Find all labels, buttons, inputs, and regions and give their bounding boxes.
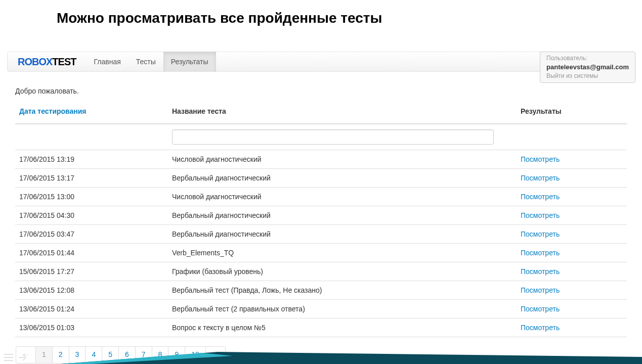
table-row: 17/06/2015 13:19Числовой диагностический…: [15, 150, 627, 169]
cell-date: 15/06/2015 17:27: [15, 262, 172, 281]
table-row: 17/06/2015 03:47Вербальный диагностическ…: [15, 225, 627, 244]
table-row: 13/06/2015 12:08Вербальный тест (Правда,…: [15, 281, 627, 300]
user-label: Пользователь:: [546, 54, 629, 63]
results-table: Дата тестирования Название теста Результ…: [15, 103, 627, 337]
view-link[interactable]: Посмотреть: [521, 267, 560, 276]
cell-name: Вербальный диагностический: [172, 169, 521, 188]
cell-name: Графики (базовый уровень): [172, 262, 521, 281]
arrow-right-icon[interactable]: [17, 352, 28, 363]
cell-name: Verb_Elements_TQ: [172, 244, 521, 262]
cell-action: Посмотреть: [521, 225, 627, 244]
logo-part1: ROBOX: [18, 56, 52, 67]
page-3[interactable]: 3: [69, 346, 86, 363]
page-7[interactable]: 7: [135, 346, 152, 363]
view-link[interactable]: Посмотреть: [521, 174, 560, 182]
view-link[interactable]: Посмотреть: [521, 193, 560, 201]
nav-item-1[interactable]: Тесты: [129, 52, 163, 72]
view-link[interactable]: Посмотреть: [521, 249, 560, 257]
page-6[interactable]: 6: [118, 346, 136, 363]
logout-link[interactable]: Выйти из системы: [546, 72, 629, 80]
table-row: 13/06/2015 01:24Вербальный тест (2 прави…: [15, 300, 627, 318]
cell-action: Посмотреть: [521, 169, 627, 188]
user-email: panteleevstas@gmail.com: [546, 63, 629, 72]
cell-name: Вербальный тест (Правда, Ложь, Не сказан…: [172, 281, 521, 300]
menu-icon[interactable]: [3, 352, 14, 363]
page-heading: Можно просматривать все пройденные тесты: [0, 0, 642, 31]
view-link[interactable]: Посмотреть: [521, 305, 560, 313]
page-10[interactable]: 10: [185, 346, 206, 363]
view-link[interactable]: Посмотреть: [521, 211, 560, 219]
view-link[interactable]: Посмотреть: [521, 155, 560, 163]
cell-date: 13/06/2015 01:24: [15, 300, 172, 318]
name-filter-input[interactable]: [172, 129, 494, 145]
view-link[interactable]: Посмотреть: [521, 230, 560, 238]
cell-name: Числовой диагностический: [172, 188, 521, 206]
table-row: 15/06/2015 17:27Графики (базовый уровень…: [15, 262, 627, 281]
table-row: 17/06/2015 13:00Числовой диагностический…: [15, 188, 627, 206]
cell-date: 17/06/2015 01:44: [15, 244, 172, 262]
header-name: Название теста: [172, 103, 521, 124]
table-row: 17/06/2015 04:30Вербальный диагностическ…: [15, 206, 627, 225]
cell-action: Посмотреть: [521, 262, 627, 281]
page-8[interactable]: 8: [152, 346, 169, 363]
header-date[interactable]: Дата тестирования: [15, 103, 172, 124]
presentation-controls: [3, 352, 28, 363]
page-4[interactable]: 4: [85, 346, 102, 363]
page-2[interactable]: 2: [52, 346, 69, 363]
cell-action: Посмотреть: [521, 188, 627, 206]
cell-action: Посмотреть: [521, 300, 627, 318]
cell-date: 17/06/2015 13:19: [15, 150, 172, 169]
cell-name: Вопрос к тексту в целом №5: [172, 318, 521, 337]
table-row: 17/06/2015 01:44Verb_Elements_TQПосмотре…: [15, 244, 627, 262]
cell-name: Числовой диагностический: [172, 150, 521, 169]
cell-name: Вербальный диагностический: [172, 225, 521, 244]
content-area: Добро пожаловать. Дата тестирования Назв…: [0, 72, 642, 363]
user-box: Пользователь: panteleevstas@gmail.com Вы…: [540, 52, 635, 83]
navbar: ROBOXTEST ГлавнаяТестыРезультаты Пользов…: [7, 52, 635, 72]
cell-action: Посмотреть: [521, 206, 627, 225]
cell-date: 17/06/2015 13:17: [15, 169, 172, 188]
cell-date: 13/06/2015 12:08: [15, 281, 172, 300]
page-next[interactable]: →: [205, 346, 226, 363]
cell-date: 17/06/2015 13:00: [15, 188, 172, 206]
cell-date: 17/06/2015 04:30: [15, 206, 172, 225]
welcome-message: Добро пожаловать.: [15, 87, 627, 95]
page-9[interactable]: 9: [168, 346, 185, 363]
nav-item-2[interactable]: Результаты: [163, 52, 216, 72]
pagination: ←12345678910→: [16, 346, 627, 363]
cell-action: Посмотреть: [521, 281, 627, 300]
view-link[interactable]: Посмотреть: [521, 286, 560, 294]
filter-row: [15, 124, 627, 150]
logo[interactable]: ROBOXTEST: [18, 56, 76, 68]
cell-name: Вербальный диагностический: [172, 206, 521, 225]
table-row: 13/06/2015 01:03Вопрос к тексту в целом …: [15, 318, 627, 337]
view-link[interactable]: Посмотреть: [521, 324, 560, 332]
logo-part2: TEST: [52, 56, 76, 67]
cell-action: Посмотреть: [521, 150, 627, 169]
cell-action: Посмотреть: [521, 318, 627, 337]
nav-items: ГлавнаяТестыРезультаты: [86, 52, 216, 72]
header-results: Результаты: [521, 103, 627, 124]
cell-date: 13/06/2015 01:03: [15, 318, 172, 337]
table-row: 17/06/2015 13:17Вербальный диагностическ…: [15, 169, 627, 188]
page-5[interactable]: 5: [102, 346, 119, 363]
cell-name: Вербальный тест (2 правильных ответа): [172, 300, 521, 318]
nav-item-0[interactable]: Главная: [86, 52, 128, 72]
cell-date: 17/06/2015 03:47: [15, 225, 172, 244]
page-1: 1: [35, 346, 53, 363]
cell-action: Посмотреть: [521, 244, 627, 262]
